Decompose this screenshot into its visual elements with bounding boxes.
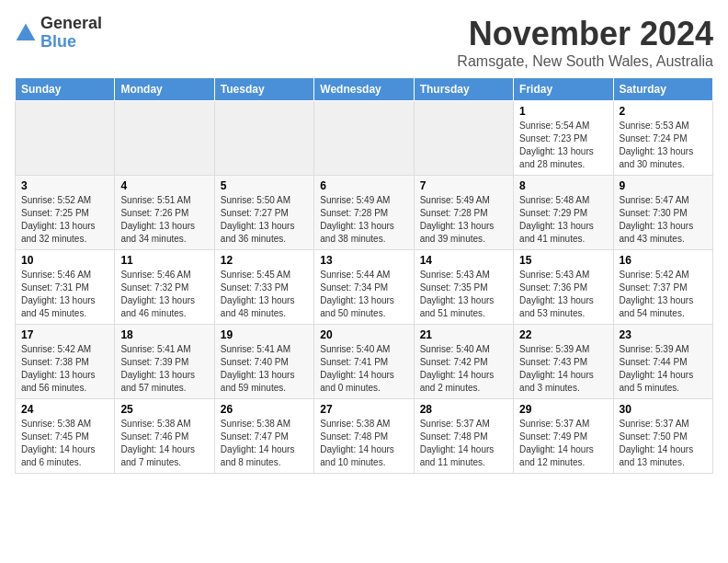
calendar-cell [414,101,513,176]
calendar-week-row: 17Sunrise: 5:42 AMSunset: 7:38 PMDayligh… [16,325,713,399]
logo: General Blue [15,15,102,52]
day-number: 24 [21,403,108,416]
day-info: Sunrise: 5:46 AMSunset: 7:31 PMDaylight:… [21,269,108,320]
calendar-cell: 17Sunrise: 5:42 AMSunset: 7:38 PMDayligh… [16,325,115,399]
calendar-table: SundayMondayTuesdayWednesdayThursdayFrid… [15,77,713,474]
calendar-body: 1Sunrise: 5:54 AMSunset: 7:23 PMDaylight… [16,101,713,474]
day-info: Sunrise: 5:47 AMSunset: 7:30 PMDaylight:… [620,194,707,246]
calendar-cell: 10Sunrise: 5:46 AMSunset: 7:31 PMDayligh… [16,250,115,325]
day-number: 8 [519,179,607,192]
calendar-week-row: 3Sunrise: 5:52 AMSunset: 7:25 PMDaylight… [16,176,713,250]
day-info: Sunrise: 5:41 AMSunset: 7:39 PMDaylight:… [120,343,208,395]
calendar-cell: 14Sunrise: 5:43 AMSunset: 7:35 PMDayligh… [414,250,513,325]
day-number: 2 [620,105,707,118]
day-info: Sunrise: 5:43 AMSunset: 7:36 PMDaylight:… [519,269,607,320]
calendar-cell: 3Sunrise: 5:52 AMSunset: 7:25 PMDaylight… [16,176,115,250]
calendar-cell: 16Sunrise: 5:42 AMSunset: 7:37 PMDayligh… [613,250,712,325]
day-info: Sunrise: 5:53 AMSunset: 7:24 PMDaylight:… [620,120,707,171]
day-number: 15 [519,254,607,267]
day-info: Sunrise: 5:37 AMSunset: 7:48 PMDaylight:… [420,418,507,469]
calendar-cell: 5Sunrise: 5:50 AMSunset: 7:27 PMDaylight… [214,176,313,250]
day-number: 17 [21,328,108,341]
calendar-cell: 7Sunrise: 5:49 AMSunset: 7:28 PMDaylight… [414,176,513,250]
day-info: Sunrise: 5:44 AMSunset: 7:34 PMDaylight:… [320,269,407,320]
calendar-header-sunday: Sunday [16,78,115,101]
calendar-cell [214,101,313,176]
day-number: 11 [120,254,208,267]
day-number: 23 [620,328,707,341]
day-number: 29 [519,403,607,416]
calendar-cell: 27Sunrise: 5:38 AMSunset: 7:48 PMDayligh… [314,399,414,474]
page-header: General Blue November 2024 Ramsgate, New… [15,15,713,70]
calendar-cell: 4Sunrise: 5:51 AMSunset: 7:26 PMDaylight… [115,176,214,250]
day-number: 9 [620,179,707,192]
calendar-cell: 24Sunrise: 5:38 AMSunset: 7:45 PMDayligh… [16,399,115,474]
day-info: Sunrise: 5:42 AMSunset: 7:37 PMDaylight:… [620,269,707,320]
day-info: Sunrise: 5:43 AMSunset: 7:35 PMDaylight:… [420,269,507,320]
calendar-cell: 30Sunrise: 5:37 AMSunset: 7:50 PMDayligh… [613,399,712,474]
calendar-cell: 19Sunrise: 5:41 AMSunset: 7:40 PMDayligh… [214,325,313,399]
calendar-cell: 21Sunrise: 5:40 AMSunset: 7:42 PMDayligh… [414,325,513,399]
day-number: 25 [120,403,208,416]
day-info: Sunrise: 5:39 AMSunset: 7:43 PMDaylight:… [519,343,607,395]
calendar-cell: 2Sunrise: 5:53 AMSunset: 7:24 PMDaylight… [613,101,712,176]
calendar-cell: 8Sunrise: 5:48 AMSunset: 7:29 PMDaylight… [514,176,613,250]
calendar-cell: 13Sunrise: 5:44 AMSunset: 7:34 PMDayligh… [314,250,414,325]
day-number: 26 [221,403,308,416]
day-info: Sunrise: 5:48 AMSunset: 7:29 PMDaylight:… [519,194,607,246]
calendar-cell: 23Sunrise: 5:39 AMSunset: 7:44 PMDayligh… [613,325,712,399]
calendar-header-row: SundayMondayTuesdayWednesdayThursdayFrid… [16,78,713,101]
calendar-header-saturday: Saturday [613,78,712,101]
day-info: Sunrise: 5:54 AMSunset: 7:23 PMDaylight:… [519,120,607,171]
day-info: Sunrise: 5:41 AMSunset: 7:40 PMDaylight:… [221,343,308,395]
day-number: 10 [21,254,108,267]
day-number: 1 [519,105,607,118]
calendar-cell: 29Sunrise: 5:37 AMSunset: 7:49 PMDayligh… [514,399,613,474]
day-info: Sunrise: 5:45 AMSunset: 7:33 PMDaylight:… [221,269,308,320]
logo-icon [15,22,37,44]
day-info: Sunrise: 5:46 AMSunset: 7:32 PMDaylight:… [120,269,208,320]
calendar-cell: 26Sunrise: 5:38 AMSunset: 7:47 PMDayligh… [214,399,313,474]
location-title: Ramsgate, New South Wales, Australia [457,53,713,70]
calendar-cell: 9Sunrise: 5:47 AMSunset: 7:30 PMDaylight… [613,176,712,250]
day-number: 19 [221,328,308,341]
title-block: November 2024 Ramsgate, New South Wales,… [457,15,713,70]
day-info: Sunrise: 5:38 AMSunset: 7:45 PMDaylight:… [21,418,108,469]
day-info: Sunrise: 5:49 AMSunset: 7:28 PMDaylight:… [320,194,407,246]
day-number: 6 [320,179,407,192]
calendar-cell [314,101,414,176]
calendar-cell: 1Sunrise: 5:54 AMSunset: 7:23 PMDaylight… [514,101,613,176]
day-info: Sunrise: 5:37 AMSunset: 7:49 PMDaylight:… [519,418,607,469]
day-info: Sunrise: 5:40 AMSunset: 7:42 PMDaylight:… [420,343,507,395]
day-info: Sunrise: 5:39 AMSunset: 7:44 PMDaylight:… [620,343,707,395]
logo-text: General Blue [40,15,102,52]
calendar-week-row: 10Sunrise: 5:46 AMSunset: 7:31 PMDayligh… [16,250,713,325]
day-info: Sunrise: 5:37 AMSunset: 7:50 PMDaylight:… [620,418,707,469]
logo-general: General [40,15,102,33]
calendar-cell: 15Sunrise: 5:43 AMSunset: 7:36 PMDayligh… [514,250,613,325]
day-number: 22 [519,328,607,341]
calendar-cell: 11Sunrise: 5:46 AMSunset: 7:32 PMDayligh… [115,250,214,325]
day-number: 12 [221,254,308,267]
logo-blue: Blue [40,33,102,52]
calendar-cell: 12Sunrise: 5:45 AMSunset: 7:33 PMDayligh… [214,250,313,325]
calendar-header-tuesday: Tuesday [214,78,313,101]
day-info: Sunrise: 5:52 AMSunset: 7:25 PMDaylight:… [21,194,108,246]
day-number: 14 [420,254,507,267]
day-number: 28 [420,403,507,416]
calendar-header-friday: Friday [514,78,613,101]
day-number: 5 [221,179,308,192]
day-info: Sunrise: 5:42 AMSunset: 7:38 PMDaylight:… [21,343,108,395]
calendar-cell: 22Sunrise: 5:39 AMSunset: 7:43 PMDayligh… [514,325,613,399]
day-number: 18 [120,328,208,341]
day-info: Sunrise: 5:40 AMSunset: 7:41 PMDaylight:… [320,343,407,395]
calendar-cell: 20Sunrise: 5:40 AMSunset: 7:41 PMDayligh… [314,325,414,399]
day-number: 16 [620,254,707,267]
month-title: November 2024 [457,15,713,53]
calendar-week-row: 24Sunrise: 5:38 AMSunset: 7:45 PMDayligh… [16,399,713,474]
day-info: Sunrise: 5:38 AMSunset: 7:48 PMDaylight:… [320,418,407,469]
calendar-cell [115,101,214,176]
day-number: 21 [420,328,507,341]
day-number: 13 [320,254,407,267]
day-info: Sunrise: 5:50 AMSunset: 7:27 PMDaylight:… [221,194,308,246]
